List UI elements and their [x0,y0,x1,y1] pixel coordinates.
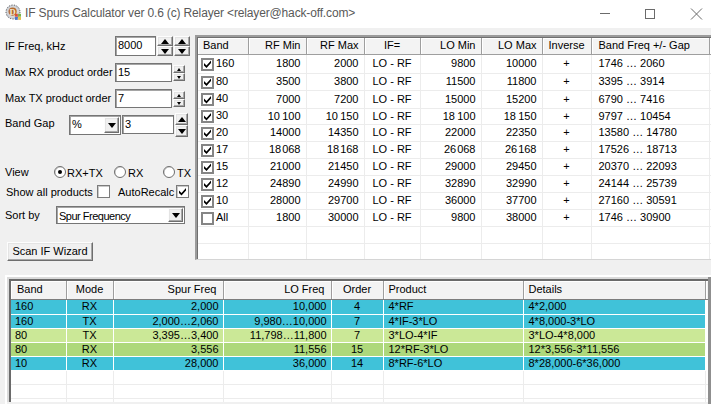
svg-text:D: D [10,7,16,17]
